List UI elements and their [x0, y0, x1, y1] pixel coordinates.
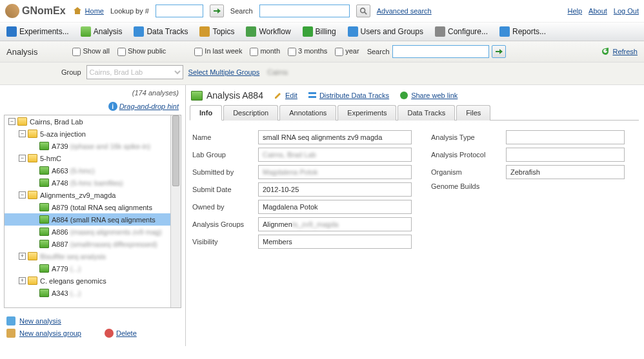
group-select[interactable]: Cairns, Brad Lab [86, 65, 183, 79]
workflow-icon [246, 26, 256, 37]
tree-item[interactable]: A343 (...) [5, 287, 181, 299]
tab-info[interactable]: Info [190, 105, 222, 121]
info-icon: i [108, 102, 117, 111]
nav-reports[interactable]: Reports... [499, 26, 546, 37]
tree-item[interactable]: A886 (rnaseq alignments zv9 mag) [5, 226, 181, 238]
detail-titlebar: Analysis A884 Edit Distribute Data Track… [190, 89, 639, 104]
analysis-icon [39, 179, 49, 187]
tracks-icon [308, 91, 317, 100]
field-organism[interactable]: Zebrafish [506, 165, 625, 179]
analysis-icon [39, 142, 49, 150]
distribute-button[interactable]: Distribute Data Tracks [308, 91, 389, 100]
about-link[interactable]: About [589, 7, 607, 15]
main-nav: Experiments... Analysis Data Tracks Topi… [0, 23, 644, 41]
show-all-checkbox[interactable]: Show all [72, 47, 110, 56]
tree-item[interactable]: A748 (5-hmc bamfiles) [5, 177, 181, 189]
filter-search-label: Search [367, 48, 390, 55]
folder-icon [28, 252, 37, 260]
tree-item-selected[interactable]: A884 (small RNA seq alignments [5, 213, 181, 226]
lookup-go-button[interactable] [210, 5, 224, 17]
tree-group[interactable]: +C. elegans genomics [5, 275, 181, 287]
field-submittedby[interactable]: Magdalena Potok [258, 165, 412, 179]
month-checkbox[interactable]: month [250, 47, 280, 56]
filter-search-input[interactable] [392, 45, 489, 58]
nav-analysis[interactable]: Analysis [81, 26, 123, 37]
tab-description[interactable]: Description [223, 105, 278, 121]
analysis-icon [39, 215, 49, 224]
new-analysis-group-button[interactable]: New analysis group [6, 329, 81, 338]
field-protocol[interactable] [506, 148, 625, 162]
filter-search-button[interactable] [492, 45, 506, 58]
filter-bar: Analysis Show all Show public In last we… [0, 41, 644, 63]
label-submittedby: Submitted by [192, 168, 254, 176]
analysis-icon [39, 228, 49, 236]
field-submitdate[interactable]: 2012-10-25 [258, 182, 412, 197]
lookup-label: Lookup by # [110, 7, 149, 15]
share-button[interactable]: Share web link [399, 91, 458, 100]
analysis-icon [39, 240, 49, 248]
select-multiple-link[interactable]: Select Multiple Groups [188, 68, 260, 76]
svg-rect-2 [308, 92, 316, 94]
nav-configure[interactable]: Configure... [435, 26, 488, 37]
tree-root[interactable]: −Cairns, Brad Lab [5, 115, 181, 128]
tree-item[interactable]: A779 (...) [5, 262, 181, 275]
last-week-checkbox[interactable]: In last week [194, 47, 242, 56]
field-ownedby[interactable]: Magdalena Potok [258, 200, 412, 214]
analysis-tree: −Cairns, Brad Lab −5-aza injection A739 … [4, 115, 181, 308]
3months-checkbox[interactable]: 3 months [288, 47, 327, 56]
logout-link[interactable]: Log Out [614, 7, 639, 15]
tab-experiments[interactable]: Experiments [337, 105, 396, 121]
report-icon [499, 26, 510, 37]
nav-experiments[interactable]: Experiments... [6, 26, 69, 37]
tree-group[interactable]: −Alignments_zv9_magda [5, 189, 181, 201]
dnd-hint[interactable]: iDrag-and-drop hint [0, 101, 185, 115]
home-link[interactable]: Home [72, 6, 104, 16]
field-groups[interactable]: Alignments_zv9_magda [258, 217, 412, 231]
tree-item[interactable]: A739 (rphase and 16k spike-in) [5, 140, 181, 152]
search-input[interactable] [259, 5, 350, 17]
search-go-button[interactable] [356, 5, 370, 17]
scroll-thumb[interactable] [172, 115, 179, 186]
scrollbar[interactable] [170, 115, 181, 307]
lookup-input[interactable] [156, 5, 203, 17]
show-public-checkbox[interactable]: Show public [117, 47, 166, 56]
analysis-icon [39, 264, 49, 273]
analysis-icon [191, 91, 203, 101]
tree-group[interactable]: −5-aza injection [5, 128, 181, 140]
nav-users[interactable]: Users and Groups [348, 26, 423, 37]
tree-group[interactable]: −5-hmC [5, 152, 181, 164]
detail-pane: Analysis A884 Edit Distribute Data Track… [186, 85, 644, 346]
advanced-search-link[interactable]: Advanced search [377, 7, 432, 15]
nav-topics[interactable]: Topics [199, 26, 234, 37]
field-labgroup[interactable]: Cairns, Brad Lab [258, 148, 412, 162]
tree-item[interactable]: A887 (smallrnaseq diffexpressed) [5, 238, 181, 250]
nav-workflow[interactable]: Workflow [246, 26, 290, 37]
field-type[interactable] [506, 130, 625, 144]
help-link[interactable]: Help [567, 7, 582, 15]
field-visibility[interactable]: Members [258, 235, 412, 249]
app-name: GNomEx [22, 5, 66, 17]
tab-datatracks[interactable]: Data Tracks [397, 105, 455, 121]
field-name[interactable]: small RNA seq alignments zv9 magda [258, 130, 412, 144]
nav-billing[interactable]: Billing [303, 26, 336, 37]
pencil-icon [274, 91, 283, 100]
label-groups: Analysis Groups [192, 220, 254, 228]
label-ownedby: Owned by [192, 203, 254, 211]
content: (174 analyses) iDrag-and-drop hint −Cair… [0, 85, 644, 346]
tab-annotations[interactable]: Annotations [279, 105, 336, 121]
tree-group[interactable]: +Bisulfite seq analysis [5, 250, 181, 262]
delete-button[interactable]: Delete [105, 329, 137, 338]
tree-item[interactable]: A663 (5-hmc) [5, 164, 181, 177]
year-checkbox[interactable]: year [335, 47, 359, 56]
folder-icon [28, 154, 37, 162]
folder-icon [17, 117, 27, 126]
new-analysis-button[interactable]: New analysis [6, 316, 179, 325]
label-submitdate: Submit Date [192, 186, 254, 193]
nav-datatracks[interactable]: Data Tracks [134, 26, 188, 37]
folder-icon [28, 277, 37, 285]
refresh-link[interactable]: Refresh [601, 47, 638, 56]
group-label: Group [61, 68, 81, 76]
edit-button[interactable]: Edit [274, 91, 297, 100]
tree-item[interactable]: A879 (total RNA seq alignments [5, 201, 181, 213]
tab-files[interactable]: Files [456, 105, 490, 121]
